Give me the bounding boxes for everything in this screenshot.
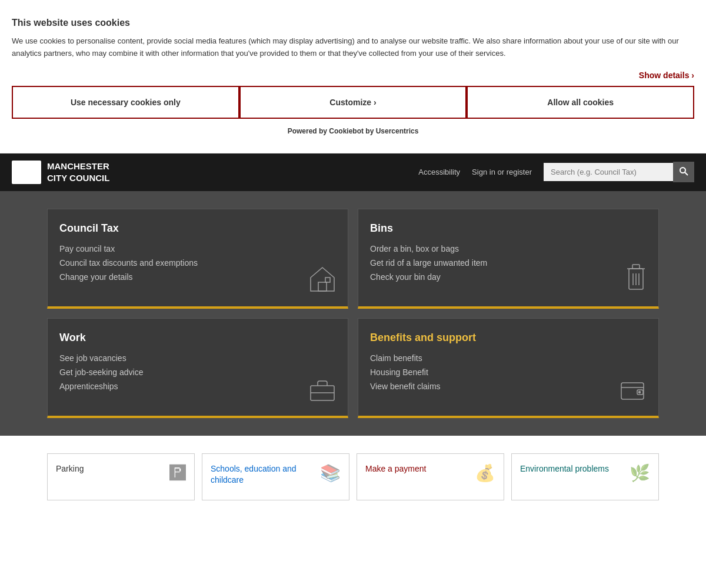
list-item: Order a bin, box or bags (370, 244, 647, 253)
svg-rect-10 (325, 278, 330, 282)
bins-links: Order a bin, box or bags Get rid of a la… (370, 244, 647, 282)
svg-rect-2 (21, 171, 24, 175)
svg-rect-8 (318, 282, 327, 291)
svg-point-1 (24, 164, 29, 169)
job-vacancies-link[interactable]: See job vacancies (59, 353, 126, 363)
list-item: Check your bin day (370, 272, 647, 282)
payment-icon: 💰 (475, 463, 495, 483)
payment-tile[interactable]: Make a payment 💰 (357, 453, 504, 500)
cookie-description: We use cookies to personalise content, p… (12, 35, 694, 60)
list-item: Claim benefits (370, 353, 647, 363)
apprenticeships-link[interactable]: Apprenticeships (59, 382, 118, 391)
necessary-cookies-button[interactable]: Use necessary cookies only (12, 86, 239, 119)
parking-tile[interactable]: Parking 🅿 (47, 453, 195, 500)
svg-rect-13 (632, 265, 640, 269)
environmental-icon: 🌿 (630, 463, 650, 483)
show-details-link[interactable]: Show details (639, 71, 694, 80)
header-search (544, 162, 694, 182)
svg-marker-7 (311, 268, 334, 291)
house-icon (308, 265, 337, 296)
council-tax-links: Pay council tax Council tax discounts an… (59, 244, 336, 282)
large-item-link[interactable]: Get rid of a large unwanted item (370, 258, 487, 268)
bin-day-link[interactable]: Check your bin day (370, 272, 441, 282)
svg-rect-3 (29, 171, 32, 175)
search-button[interactable] (673, 162, 694, 182)
signin-link[interactable]: Sign in or register (472, 168, 532, 176)
list-item: Change your details (59, 272, 336, 282)
work-title: Work (59, 332, 336, 344)
work-card: Work See job vacancies Get job-seeking a… (47, 318, 348, 418)
view-claims-link[interactable]: View benefit claims (370, 382, 441, 391)
environmental-label: Environmental problems (520, 463, 609, 475)
cookie-show-details[interactable]: Show details (12, 71, 694, 80)
svg-rect-19 (621, 383, 644, 399)
bins-title: Bins (370, 222, 647, 235)
parking-icon: 🅿 (169, 463, 186, 483)
service-grid: Council Tax Pay council tax Council tax … (47, 209, 659, 418)
benefits-card: Benefits and support Claim benefits Hous… (358, 318, 659, 418)
council-tax-discounts-link[interactable]: Council tax discounts and exemptions (59, 258, 198, 268)
benefits-links: Claim benefits Housing Benefit View bene… (370, 353, 647, 391)
bottom-tiles: Parking 🅿 Schools, education and childca… (0, 436, 706, 512)
logo-text: MANCHESTER CITY COUNCIL (47, 161, 109, 183)
main-content: Council Tax Pay council tax Council tax … (0, 191, 706, 436)
list-item: View benefit claims (370, 382, 647, 391)
list-item: Council tax discounts and exemptions (59, 258, 336, 268)
logo-icon (12, 161, 41, 184)
pay-council-tax-link[interactable]: Pay council tax (59, 244, 115, 253)
site-logo[interactable]: MANCHESTER CITY COUNCIL (12, 161, 109, 184)
svg-point-21 (639, 391, 641, 393)
job-advice-link[interactable]: Get job-seeking advice (59, 368, 143, 377)
list-item: Apprenticeships (59, 382, 336, 391)
search-input[interactable] (544, 163, 673, 181)
benefits-title: Benefits and support (370, 332, 647, 344)
search-icon (679, 166, 688, 176)
tiles-grid: Parking 🅿 Schools, education and childca… (47, 453, 659, 500)
council-tax-card: Council Tax Pay council tax Council tax … (47, 209, 348, 309)
change-details-link[interactable]: Change your details (59, 272, 133, 282)
parking-label: Parking (56, 463, 84, 475)
cookie-powered: Powered by Cookiebot by Usercentrics (12, 127, 694, 141)
schools-label: Schools, education and childcare (211, 463, 314, 486)
environmental-tile[interactable]: Environmental problems 🌿 (511, 453, 659, 500)
briefcase-icon (308, 377, 337, 405)
svg-line-6 (685, 172, 688, 175)
list-item: See job vacancies (59, 353, 336, 363)
cookie-buttons: Use necessary cookies only Customize › A… (12, 86, 694, 119)
council-tax-title: Council Tax (59, 222, 336, 235)
svg-point-5 (680, 168, 685, 173)
claim-benefits-link[interactable]: Claim benefits (370, 353, 422, 363)
schools-tile[interactable]: Schools, education and childcare 📚 (202, 453, 349, 500)
svg-rect-4 (25, 171, 28, 178)
bins-card: Bins Order a bin, box or bags Get rid of… (358, 209, 659, 309)
list-item: Get rid of a large unwanted item (370, 258, 647, 268)
work-links: See job vacancies Get job-seeking advice… (59, 353, 336, 391)
list-item: Pay council tax (59, 244, 336, 253)
customize-button[interactable]: Customize › (239, 86, 467, 119)
payment-label: Make a payment (365, 463, 427, 475)
bin-icon (624, 262, 648, 296)
order-bin-link[interactable]: Order a bin, box or bags (370, 244, 459, 253)
schools-icon: 📚 (320, 463, 341, 483)
wallet-icon (618, 377, 648, 405)
accessibility-link[interactable]: Accessibility (418, 168, 460, 176)
cookie-banner: This website uses cookies We use cookies… (0, 0, 706, 153)
list-item: Get job-seeking advice (59, 368, 336, 377)
housing-benefit-link[interactable]: Housing Benefit (370, 368, 428, 377)
header-nav: Accessibility Sign in or register (418, 162, 694, 182)
list-item: Housing Benefit (370, 368, 647, 377)
cookie-title: This website uses cookies (12, 18, 694, 28)
site-header: MANCHESTER CITY COUNCIL Accessibility Si… (0, 153, 706, 191)
allow-all-button[interactable]: Allow all cookies (467, 86, 694, 119)
